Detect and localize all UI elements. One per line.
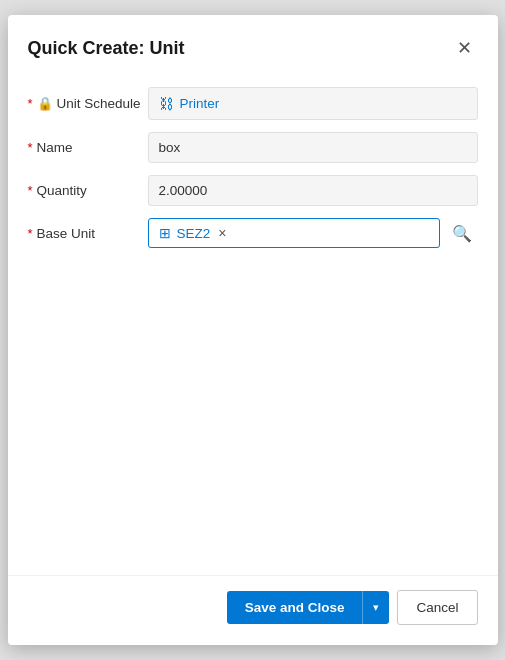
quantity-label: * Quantity <box>28 183 148 198</box>
chevron-down-icon: ▾ <box>373 601 379 614</box>
cancel-button[interactable]: Cancel <box>397 590 477 625</box>
base-unit-value-link[interactable]: SEZ2 <box>177 226 211 241</box>
unit-schedule-row: * 🔒 Unit Schedule ⛓ Printer <box>28 87 478 120</box>
base-unit-wrapper: ⊞ SEZ2 × 🔍 <box>148 218 478 248</box>
close-button[interactable]: ✕ <box>451 33 478 63</box>
base-unit-label: * Base Unit <box>28 226 148 241</box>
close-icon: ✕ <box>457 37 472 59</box>
unit-schedule-link[interactable]: Printer <box>180 96 220 111</box>
base-unit-entity-icon: ⊞ <box>159 225 171 241</box>
dialog-footer: Save and Close ▾ Cancel <box>8 575 498 645</box>
quantity-input[interactable] <box>148 175 478 206</box>
quantity-field[interactable] <box>148 175 478 206</box>
save-button-group: Save and Close ▾ <box>227 591 390 624</box>
name-label: * Name <box>28 140 148 155</box>
required-star: * <box>28 96 33 111</box>
save-dropdown-button[interactable]: ▾ <box>362 591 389 624</box>
base-unit-required-star: * <box>28 226 33 241</box>
unit-schedule-link-container: ⛓ Printer <box>148 87 478 120</box>
base-unit-search-button[interactable]: 🔍 <box>446 220 478 247</box>
quick-create-dialog: Quick Create: Unit ✕ * 🔒 Unit Schedule ⛓… <box>8 15 498 645</box>
save-and-close-button[interactable]: Save and Close <box>227 591 363 624</box>
name-field[interactable] <box>148 132 478 163</box>
dialog-body: * 🔒 Unit Schedule ⛓ Printer * Name <box>8 77 498 575</box>
base-unit-field: ⊞ SEZ2 × 🔍 <box>148 218 478 248</box>
unit-schedule-entity-icon: ⛓ <box>159 95 174 112</box>
name-row: * Name <box>28 132 478 163</box>
name-required-star: * <box>28 140 33 155</box>
dialog-header: Quick Create: Unit ✕ <box>8 15 498 77</box>
quantity-required-star: * <box>28 183 33 198</box>
search-icon: 🔍 <box>452 225 472 242</box>
name-input[interactable] <box>148 132 478 163</box>
unit-schedule-label: * 🔒 Unit Schedule <box>28 96 148 111</box>
base-unit-row: * Base Unit ⊞ SEZ2 × 🔍 <box>28 218 478 248</box>
base-unit-input-container[interactable]: ⊞ SEZ2 × <box>148 218 440 248</box>
base-unit-clear-button[interactable]: × <box>218 225 226 241</box>
unit-schedule-field: ⛓ Printer <box>148 87 478 120</box>
lock-icon: 🔒 <box>37 96 53 111</box>
quantity-row: * Quantity <box>28 175 478 206</box>
body-spacer <box>28 260 478 460</box>
dialog-title: Quick Create: Unit <box>28 38 185 59</box>
